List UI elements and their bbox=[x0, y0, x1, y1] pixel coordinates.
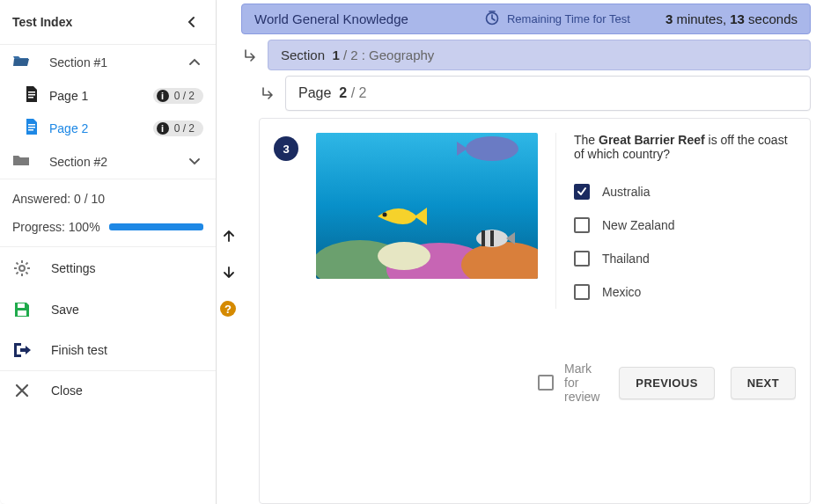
svg-point-22 bbox=[378, 242, 430, 270]
sidebar-title: Test Index bbox=[12, 15, 72, 29]
svg-rect-0 bbox=[28, 91, 35, 93]
sub-arrow-icon bbox=[241, 48, 259, 62]
sidebar-header: Test Index bbox=[0, 0, 216, 44]
help-button[interactable]: ? bbox=[220, 301, 236, 317]
progress-bar bbox=[109, 223, 203, 230]
svg-rect-26 bbox=[490, 230, 494, 246]
question-image bbox=[316, 133, 538, 279]
checkbox-icon bbox=[538, 375, 554, 391]
section-label: Section #2 bbox=[33, 155, 186, 169]
settings-label: Settings bbox=[51, 261, 96, 275]
option-label: New Zealand bbox=[602, 218, 675, 232]
save-icon bbox=[12, 302, 32, 318]
page-label: Page 1 bbox=[40, 89, 153, 103]
svg-point-27 bbox=[466, 136, 518, 161]
save-label: Save bbox=[51, 303, 79, 317]
finish-test-button[interactable]: Finish test bbox=[0, 330, 216, 370]
checkbox-icon bbox=[574, 184, 590, 200]
remaining-label: Remaining Time for Test bbox=[507, 12, 630, 26]
test-header-bar: World General Knowledge Remaining Time f… bbox=[241, 4, 811, 34]
page-score-badge: i 0 / 2 bbox=[153, 88, 203, 104]
svg-line-14 bbox=[26, 263, 27, 265]
timer-block: Remaining Time for Test bbox=[484, 10, 630, 28]
time-remaining: 3 minutes, 13 seconds bbox=[665, 11, 798, 26]
section-row-2[interactable]: Section #2 bbox=[0, 144, 216, 179]
clock-icon bbox=[484, 10, 500, 28]
question-text: The Great Barrier Reef is off the coast … bbox=[574, 133, 796, 161]
folder-open-icon bbox=[12, 54, 33, 70]
progress-label: Progress: 100% bbox=[12, 220, 100, 234]
collapse-sidebar-button[interactable] bbox=[182, 12, 202, 32]
next-button[interactable]: NEXT bbox=[731, 367, 796, 399]
svg-line-13 bbox=[17, 272, 18, 274]
document-icon bbox=[25, 86, 40, 105]
side-controls: ? bbox=[217, 0, 241, 504]
document-icon bbox=[25, 119, 40, 137]
option-thailand[interactable]: Thailand bbox=[574, 242, 796, 275]
page-row-1[interactable]: Page 1 i 0 / 2 bbox=[0, 79, 216, 112]
page-score: 0 / 2 bbox=[174, 122, 195, 135]
checkbox-icon bbox=[574, 284, 590, 300]
finish-label: Finish test bbox=[51, 343, 107, 357]
page-score: 0 / 2 bbox=[174, 90, 195, 102]
svg-rect-16 bbox=[18, 310, 26, 316]
option-label: Australia bbox=[602, 185, 650, 199]
option-mexico[interactable]: Mexico bbox=[574, 275, 796, 309]
close-label: Close bbox=[51, 383, 83, 398]
page-row-2[interactable]: Page 2 i 0 / 2 bbox=[0, 112, 216, 144]
next-question-arrow[interactable] bbox=[220, 264, 238, 281]
folder-icon bbox=[12, 153, 33, 170]
svg-point-23 bbox=[383, 213, 387, 217]
test-title: World General Knowledge bbox=[254, 11, 408, 26]
svg-rect-5 bbox=[28, 129, 33, 131]
close-icon bbox=[12, 383, 32, 398]
page-label: Page 2 bbox=[40, 121, 153, 135]
svg-rect-25 bbox=[482, 230, 485, 246]
previous-button[interactable]: PREVIOUS bbox=[619, 367, 714, 399]
section-breadcrumb: Section 1 / 2 : Geography bbox=[241, 40, 811, 70]
page-score-badge: i 0 / 2 bbox=[153, 121, 203, 136]
svg-rect-4 bbox=[28, 127, 35, 128]
info-icon: i bbox=[157, 90, 169, 102]
checkbox-icon bbox=[574, 251, 590, 267]
svg-point-6 bbox=[19, 266, 25, 271]
chevron-down-icon bbox=[186, 157, 203, 166]
close-button[interactable]: Close bbox=[0, 370, 216, 410]
prev-question-arrow[interactable] bbox=[220, 227, 238, 245]
info-icon: i bbox=[157, 122, 169, 135]
question-card: 3 bbox=[259, 118, 811, 504]
gear-icon bbox=[12, 259, 32, 277]
svg-rect-15 bbox=[18, 303, 25, 308]
main-panel: World General Knowledge Remaining Time f… bbox=[241, 0, 816, 504]
checkbox-icon bbox=[574, 217, 590, 233]
section-row-1[interactable]: Section #1 bbox=[0, 44, 216, 79]
question-number: 3 bbox=[274, 136, 298, 161]
option-new-zealand[interactable]: New Zealand bbox=[574, 208, 796, 242]
settings-button[interactable]: Settings bbox=[0, 247, 216, 289]
progress-block: Answered: 0 / 10 Progress: 100% bbox=[0, 179, 216, 247]
section-label: Section #1 bbox=[33, 55, 186, 69]
sidebar: Test Index Section #1 Page 1 i 0 / 2 bbox=[0, 0, 217, 504]
svg-line-11 bbox=[17, 263, 18, 265]
sub-arrow-icon bbox=[259, 86, 276, 100]
answered-count: Answered: 0 / 10 bbox=[12, 192, 203, 206]
mark-for-review[interactable]: Mark for review bbox=[538, 362, 603, 404]
svg-rect-1 bbox=[28, 94, 35, 96]
exit-icon bbox=[12, 342, 32, 358]
save-button[interactable]: Save bbox=[0, 289, 216, 330]
mark-label: Mark for review bbox=[564, 362, 603, 404]
option-australia[interactable]: Australia bbox=[574, 175, 796, 208]
page-breadcrumb: Page 2 / 2 bbox=[259, 76, 811, 111]
chevron-up-icon bbox=[186, 58, 203, 67]
option-label: Thailand bbox=[602, 252, 650, 266]
svg-line-12 bbox=[26, 272, 27, 274]
option-label: Mexico bbox=[602, 285, 641, 299]
svg-rect-2 bbox=[28, 97, 33, 99]
svg-rect-3 bbox=[28, 124, 35, 126]
